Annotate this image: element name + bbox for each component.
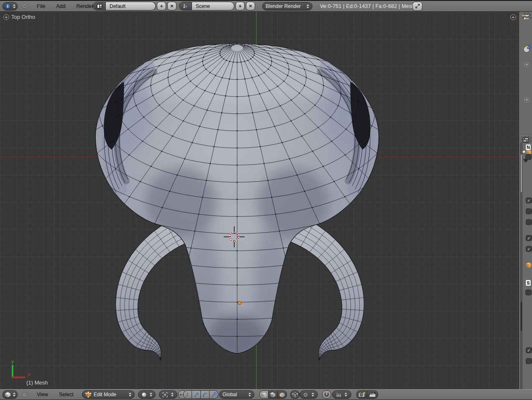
properties-editor-icon[interactable] <box>522 137 529 143</box>
blender-window: i File Add Render Help Default + ✕ <box>0 0 532 400</box>
engine-stepper-icon <box>307 4 309 8</box>
camera-render-icon <box>358 392 366 397</box>
editor-type-button-info[interactable]: i <box>3 2 18 10</box>
window-duplicate-button[interactable] <box>412 2 422 11</box>
manipulator-group <box>183 390 218 399</box>
collapse-menus-icon[interactable] <box>22 3 27 9</box>
proportional-edit-dropdown[interactable] <box>299 390 318 399</box>
editor-type-stepper[interactable] <box>13 392 15 397</box>
opengl-render-anim-button[interactable] <box>367 390 378 399</box>
close-layout-button[interactable]: ✕ <box>167 2 176 10</box>
3d-viewport[interactable]: + Top Ortho + y x (1) Mesh <box>0 12 519 389</box>
svg-text:i: i <box>7 4 8 8</box>
right-panel-sliver[interactable]: + + N ✓ ✓ ✓ S ✓ <box>519 12 532 400</box>
info-header: i File Add Render Help Default + ✕ <box>0 0 532 12</box>
gizmo-y-label: y <box>11 359 14 364</box>
s-panel-tag: S <box>525 279 531 286</box>
area-divider[interactable] <box>519 134 532 135</box>
panel-checkbox-checked-3[interactable]: ✓ <box>526 347 532 353</box>
scene-name[interactable]: Scene <box>192 2 234 10</box>
clapperboard-icon <box>369 392 376 397</box>
screen-layout-icon <box>93 2 106 10</box>
axis-tripod-icon <box>185 392 190 397</box>
add-scene-button[interactable]: + <box>235 2 245 10</box>
mode-stepper-icon <box>129 392 131 397</box>
active-object-label: (1) Mesh <box>26 379 48 386</box>
menu-file[interactable]: File <box>31 3 51 9</box>
properties-region-open-icon[interactable]: + <box>510 14 516 20</box>
limit-visible-icon <box>292 392 298 397</box>
mini-axis-gizmo: y x <box>6 357 35 382</box>
editor-type-button-3dview[interactable] <box>3 390 18 399</box>
menu-select[interactable]: Select <box>54 392 79 397</box>
camera-fragment-icon[interactable] <box>525 154 532 160</box>
viewport-shading-dropdown[interactable] <box>138 390 156 399</box>
mode-dropdown[interactable]: Edit Mode <box>82 390 135 399</box>
outliner-editor-icon[interactable] <box>522 14 529 20</box>
transform-orientation-dropdown[interactable]: Global <box>219 390 254 399</box>
rotate-manipulator-toggle[interactable] <box>201 390 210 399</box>
tusk-left <box>116 217 189 360</box>
editor-type-stepper[interactable] <box>13 4 15 8</box>
translate-manipulator-toggle[interactable] <box>192 390 201 399</box>
opengl-render-group <box>356 390 378 399</box>
magnet-icon <box>324 392 329 397</box>
orientation-stepper-icon <box>248 392 251 397</box>
scale-icon <box>211 392 217 397</box>
scene-selector[interactable]: Scene <box>179 2 234 10</box>
pivot-stepper-icon <box>171 392 174 397</box>
scene-icon <box>179 2 192 10</box>
toolshelf-open-icon[interactable]: + <box>3 14 9 20</box>
edge-select-toggle[interactable] <box>269 390 278 399</box>
orientation-value: Global <box>223 392 245 397</box>
gizmo-x-label: x <box>28 372 31 377</box>
snap-increment-icon <box>335 392 341 397</box>
screen-layout-name[interactable]: Default <box>106 2 155 10</box>
mode-value: Edit Mode <box>94 392 125 397</box>
snap-toggle[interactable] <box>322 390 331 399</box>
panel-scrollbar[interactable] <box>520 142 522 400</box>
panel-widget-button-3[interactable] <box>526 358 532 364</box>
snap-element-dropdown[interactable] <box>332 390 351 399</box>
panel-checkbox-checked-2[interactable]: ✓ <box>526 246 532 252</box>
scale-manipulator-toggle[interactable] <box>210 390 218 399</box>
menu-view[interactable]: View <box>31 392 54 397</box>
proportional-stepper-icon <box>312 392 314 397</box>
rotate-arc-icon <box>202 392 208 397</box>
panel-widget-check[interactable]: ✓ <box>526 197 532 203</box>
edit-mode-icon <box>85 392 91 397</box>
view-name-label: Top Ortho <box>11 14 35 20</box>
material-sphere-icon <box>523 45 531 53</box>
close-scene-button[interactable]: ✕ <box>246 2 255 10</box>
scene-statistics: Ve:0-751 | Ed:0-1437 | Fa:0-682 | Mesh <box>320 3 415 9</box>
outliner-expand-icon-2[interactable]: + <box>524 97 529 103</box>
collapse-menus-icon[interactable] <box>22 392 27 397</box>
scrollbar-thumb[interactable] <box>521 154 522 192</box>
menu-add[interactable]: Add <box>51 3 71 9</box>
outliner-expand-icon[interactable]: + <box>524 62 529 67</box>
occlude-geometry-toggle[interactable] <box>290 390 299 399</box>
face-select-toggle[interactable] <box>278 390 287 399</box>
panel-checkbox-checked[interactable]: ✓ <box>526 235 532 241</box>
manipulator-axis-toggle[interactable] <box>183 390 192 399</box>
scrollbar-thumb-2[interactable] <box>521 302 522 331</box>
translate-arrow-icon <box>194 392 199 397</box>
camera-fragment-icon-2[interactable] <box>525 290 532 295</box>
shading-stepper-icon <box>150 392 152 397</box>
add-layout-button[interactable]: + <box>157 2 166 10</box>
render-engine-dropdown[interactable]: Blender Render <box>262 2 312 10</box>
object-origin-dot <box>238 301 241 305</box>
render-engine-value: Blender Render <box>266 3 301 9</box>
n-panel-tag: N <box>525 144 531 151</box>
pivot-point-dropdown[interactable] <box>159 390 177 399</box>
panel-widget-button-2[interactable] <box>526 219 532 225</box>
mesh-data-cube-icon[interactable] <box>526 262 532 268</box>
panel-widget-button[interactable] <box>526 208 532 214</box>
opengl-render-image-button[interactable] <box>356 390 367 399</box>
3d-viewport-canvas <box>0 12 519 389</box>
select-mode-group <box>259 390 287 399</box>
vertex-select-toggle[interactable] <box>259 390 269 399</box>
screen-layout-selector[interactable]: Default <box>93 2 156 10</box>
tusk-right <box>291 217 364 360</box>
face-cube-icon <box>279 392 285 397</box>
